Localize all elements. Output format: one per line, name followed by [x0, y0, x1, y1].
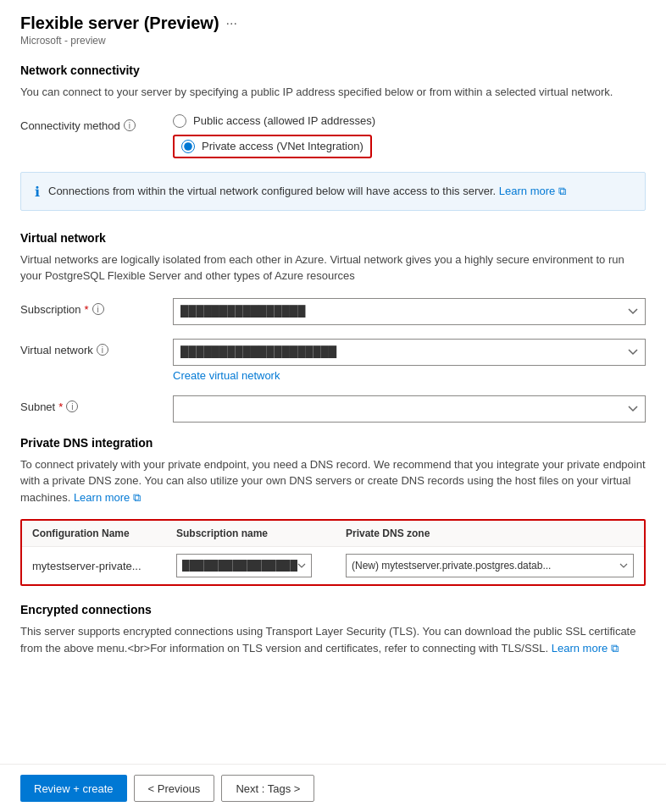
virtual-network-description: Virtual networks are logically isolated …	[20, 251, 646, 284]
info-banner: ℹ Connections from within the virtual ne…	[20, 172, 646, 211]
private-dns-section: Private DNS integration To connect priva…	[20, 436, 646, 587]
private-dns-description: To connect privately with your private e…	[20, 456, 646, 506]
connectivity-method-options: Public access (allowed IP addresses) Pri…	[173, 114, 646, 158]
page-subtitle: Microsoft - preview	[20, 35, 646, 47]
previous-button[interactable]: < Previous	[134, 775, 215, 802]
dns-col-header-name: Configuration Name	[32, 528, 176, 539]
info-banner-icon: ℹ	[35, 184, 40, 200]
encrypted-connections-title: Encrypted connections	[20, 603, 646, 616]
virtual-network-section: Virtual network Virtual networks are log…	[20, 231, 646, 423]
subscription-required: *	[85, 303, 89, 316]
footer-bar: Review + create < Previous Next : Tags >	[0, 764, 666, 812]
encrypted-connections-section: Encrypted connections This server suppor…	[20, 603, 646, 656]
network-connectivity-title: Network connectivity	[20, 64, 646, 77]
dns-config-name: mytestserver-private...	[32, 560, 176, 572]
review-create-button[interactable]: Review + create	[20, 775, 127, 802]
dns-subscription-dropdown[interactable]: ████████████████	[176, 554, 312, 577]
private-dns-title: Private DNS integration	[20, 436, 646, 450]
public-access-option[interactable]: Public access (allowed IP addresses)	[173, 114, 646, 128]
subscription-dropdown[interactable]: ████████████████	[173, 298, 646, 325]
dns-col-header-sub: Subscription name	[176, 528, 346, 539]
subnet-info-icon[interactable]: i	[66, 400, 78, 412]
virtual-network-info-icon[interactable]: i	[97, 344, 108, 356]
subnet-label: Subnet * i	[20, 395, 173, 413]
dns-zone-dropdown[interactable]: (New) mytestserver.private.postgres.data…	[346, 554, 634, 577]
encrypted-learn-more-link[interactable]: Learn more ⧉	[552, 642, 619, 655]
private-access-radio[interactable]	[181, 140, 195, 153]
subscription-label: Subscription * i	[20, 298, 173, 316]
create-virtual-network-link[interactable]: Create virtual network	[173, 369, 646, 382]
subscription-control: ████████████████	[173, 298, 646, 325]
dns-col-header-zone: Private DNS zone	[346, 528, 634, 539]
dns-table-header: Configuration Name Subscription name Pri…	[22, 521, 644, 547]
virtual-network-row: Virtual network i ████████████████████ C…	[20, 339, 646, 382]
private-access-option[interactable]: Private access (VNet Integration)	[173, 135, 646, 158]
subscription-row: Subscription * i ████████████████	[20, 298, 646, 325]
next-button[interactable]: Next : Tags >	[221, 775, 314, 802]
subnet-control	[173, 395, 646, 423]
subnet-required: *	[58, 400, 63, 413]
connectivity-method-info-icon[interactable]: i	[124, 119, 136, 131]
subnet-row: Subnet * i	[20, 395, 646, 423]
dns-table-row: mytestserver-private... ████████████████…	[22, 547, 644, 584]
connectivity-method-row: Connectivity method i Public access (all…	[20, 114, 646, 158]
virtual-network-title: Virtual network	[20, 231, 646, 245]
subnet-dropdown[interactable]	[173, 395, 646, 423]
dns-zone-cell[interactable]: (New) mytestserver.private.postgres.data…	[346, 554, 634, 577]
public-access-label: Public access (allowed IP addresses)	[193, 114, 375, 127]
ellipsis-menu-icon[interactable]: ···	[226, 16, 237, 31]
info-banner-text: Connections from within the virtual netw…	[48, 183, 566, 200]
dns-subscription-cell[interactable]: ████████████████	[176, 554, 346, 577]
public-access-radio[interactable]	[173, 114, 186, 128]
network-connectivity-description: You can connect to your server by specif…	[20, 84, 646, 101]
private-dns-learn-more-link[interactable]: Learn more ⧉	[74, 491, 141, 504]
dns-table: Configuration Name Subscription name Pri…	[20, 519, 646, 586]
subscription-info-icon[interactable]: i	[92, 303, 104, 315]
connectivity-method-label: Connectivity method i	[20, 114, 173, 132]
page-title: Flexible server (Preview)	[20, 14, 219, 33]
network-connectivity-section: Network connectivity You can connect to …	[20, 64, 646, 211]
virtual-network-label: Virtual network i	[20, 339, 173, 356]
virtual-network-dropdown[interactable]: ████████████████████	[173, 339, 646, 366]
encrypted-connections-description: This server supports encrypted connectio…	[20, 623, 646, 656]
info-banner-learn-more-link[interactable]: Learn more ⧉	[499, 185, 566, 197]
virtual-network-control: ████████████████████ Create virtual netw…	[173, 339, 646, 382]
private-access-label: Private access (VNet Integration)	[202, 140, 364, 152]
